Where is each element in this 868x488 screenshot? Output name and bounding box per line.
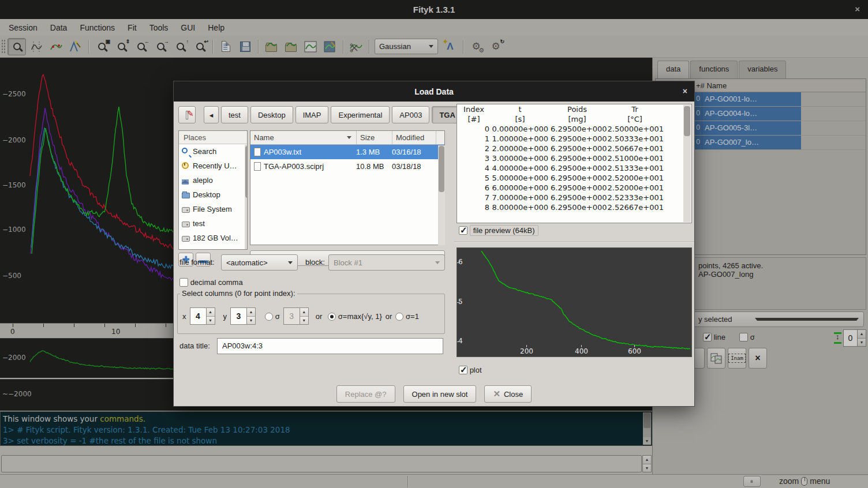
load-data-options-button[interactable] — [282, 38, 300, 55]
zoom-previous-button[interactable]: ↩ — [190, 38, 209, 55]
log-script-button[interactable] — [216, 38, 235, 55]
file-row[interactable]: TGA-AP003.sciprj10.8 MB03/18/18 — [250, 159, 444, 174]
zoom-left-button[interactable]: ← — [132, 38, 150, 55]
spin-up-icon[interactable]: ▲ — [207, 308, 215, 316]
add-peak-button[interactable]: Λ✦ — [441, 38, 459, 55]
spin-down-icon[interactable]: ▼ — [858, 338, 866, 347]
path-button-desktop[interactable]: Desktop — [250, 106, 293, 123]
path-button-experimental[interactable]: Experimental — [331, 106, 390, 123]
tab-functions[interactable]: functions — [690, 61, 738, 78]
place-item-aleplo[interactable]: aleplo — [179, 173, 247, 187]
menu-session[interactable]: Session — [2, 20, 44, 35]
place-label: File System — [193, 205, 232, 213]
save-image-button[interactable] — [321, 38, 339, 55]
menu-fit[interactable]: Fit — [121, 20, 143, 35]
function-type-dropdown[interactable]: Gaussian — [375, 39, 438, 54]
plot-window-icon — [304, 41, 317, 52]
show-plot-button[interactable] — [301, 38, 320, 55]
file-row[interactable]: AP003w.txt1.3 MB03/16/18 — [250, 145, 444, 159]
file-preview-checkbox[interactable] — [459, 226, 467, 235]
x-column-spinner[interactable]: 4 ▲▼ — [190, 307, 215, 325]
spin-up-icon[interactable]: ▲ — [247, 308, 255, 316]
file-list-scrollbar[interactable] — [438, 145, 445, 245]
spin-up-icon[interactable]: ▲ — [858, 330, 866, 338]
dialog-close-icon[interactable]: × — [683, 87, 687, 96]
replace-button[interactable]: Replace @? — [336, 385, 395, 403]
command-input[interactable] — [1, 455, 642, 472]
y-column-spinner[interactable]: 3 ▲▼ — [230, 307, 256, 325]
window-close-icon[interactable]: × — [855, 4, 860, 14]
toolbar-separator — [463, 40, 463, 54]
command-history-spinner[interactable]: ▲▼ — [642, 455, 652, 472]
zoom-up-button[interactable]: ↑ — [171, 38, 189, 55]
menu-gui[interactable]: GUI — [174, 20, 201, 35]
delete-dataset-button[interactable]: × — [749, 348, 767, 369]
spin-down-icon[interactable]: ▼ — [643, 464, 651, 472]
spin-down-icon[interactable]: ▼ — [207, 316, 215, 325]
decimal-comma-checkbox[interactable] — [179, 278, 188, 287]
block-dropdown[interactable]: Block #1 — [328, 254, 445, 271]
sidebar-tabs: datafunctionsvariables — [657, 61, 787, 78]
preview-table-scrollbar[interactable] — [683, 105, 691, 222]
column-header-name[interactable]: Name — [250, 131, 357, 144]
peak-draw-mode-button[interactable] — [66, 38, 85, 55]
place-item-search[interactable]: Search — [179, 144, 247, 159]
sigma-one-radio[interactable] — [395, 313, 403, 321]
save-session-button[interactable] — [236, 38, 255, 55]
open-in-new-slot-button[interactable]: Open in new slot — [403, 385, 477, 403]
sigma-sqrt-radio[interactable] — [328, 313, 336, 321]
data-range-mode-button[interactable] — [27, 38, 46, 55]
line-checkbox[interactable] — [703, 333, 712, 341]
tab-variables[interactable]: variables — [739, 61, 786, 78]
file-preview-table[interactable]: IndextPoidsTr [#][s][mg][°C] 00.00000e+0… — [457, 104, 692, 223]
place-item-desktop[interactable]: Desktop — [179, 187, 247, 202]
sigma-column-radio[interactable] — [265, 313, 273, 321]
menu-functions[interactable]: Functions — [73, 20, 121, 35]
preview-plot[interactable]: 654200400600 — [457, 247, 692, 357]
load-data-button[interactable] — [262, 38, 280, 55]
scroll-down-icon[interactable]: ▼ — [643, 437, 651, 445]
zoom-mode-button[interactable] — [8, 38, 26, 55]
tab-data[interactable]: data — [657, 61, 689, 78]
path-button-ap003[interactable]: AP003 — [392, 106, 429, 123]
close-button[interactable]: ✕Close — [484, 385, 532, 403]
column-header-modified[interactable]: Modified — [392, 131, 436, 144]
plot-checkbox[interactable] — [459, 366, 467, 374]
data-title-input[interactable]: AP003w:4:3 — [217, 338, 443, 354]
path-button-imap[interactable]: IMAP — [295, 106, 329, 123]
copy-data-button[interactable] — [707, 348, 725, 369]
spin-up-icon[interactable]: ▲ — [643, 456, 651, 464]
run-fit-button[interactable]: ⚙⚙ — [467, 38, 485, 55]
sigma-column-spinner[interactable]: 3 ▲▼ — [283, 307, 309, 325]
zoom-vertical-button[interactable]: ⇕ — [112, 38, 130, 55]
place-item-182-gb-vol-[interactable]: 182 GB Vol… — [179, 231, 247, 245]
spin-up-icon[interactable]: ▲ — [300, 308, 308, 316]
fit-options-button[interactable]: ⚙↻ — [487, 38, 505, 55]
zoom-right-button[interactable]: → — [151, 38, 170, 55]
menu-data[interactable]: Data — [44, 20, 74, 35]
data-transform-button[interactable] — [347, 38, 365, 55]
console-scrollbar[interactable]: ▼ — [643, 412, 651, 445]
shift-spinner[interactable]: 0 ▲▼ — [843, 329, 866, 347]
places-scrollbar[interactable] — [245, 145, 248, 250]
menu-tools[interactable]: Tools — [143, 20, 175, 35]
type-location-button[interactable] — [178, 106, 196, 123]
path-button-test[interactable]: test — [221, 106, 248, 123]
place-item-test[interactable]: test — [179, 216, 247, 231]
spin-down-icon[interactable]: ▼ — [300, 316, 308, 325]
rename-button[interactable]: Inam — [728, 348, 746, 369]
toolbar-grip[interactable] — [1, 39, 5, 54]
column-header-size[interactable]: Size — [357, 131, 392, 144]
path-back-button[interactable]: ◂ — [204, 106, 219, 123]
zoom-all-button[interactable]: ▣ — [92, 38, 111, 55]
spin-down-icon[interactable]: ▼ — [247, 316, 255, 325]
command-console[interactable]: This window shows your commands. 1> # Fi… — [0, 411, 652, 446]
menu-help[interactable]: Help — [201, 20, 231, 35]
place-item-recently-u-[interactable]: Recently U… — [179, 159, 247, 173]
file-format-dropdown[interactable]: <automatic> — [221, 254, 298, 271]
sigma-checkbox[interactable] — [739, 333, 748, 341]
mouse-config-button[interactable]: ʁ̎ — [743, 476, 761, 487]
run-arrow-glyph: ↻ — [500, 39, 504, 44]
add-point-mode-button[interactable] — [47, 38, 65, 55]
place-item-file-system[interactable]: File System — [179, 202, 247, 216]
